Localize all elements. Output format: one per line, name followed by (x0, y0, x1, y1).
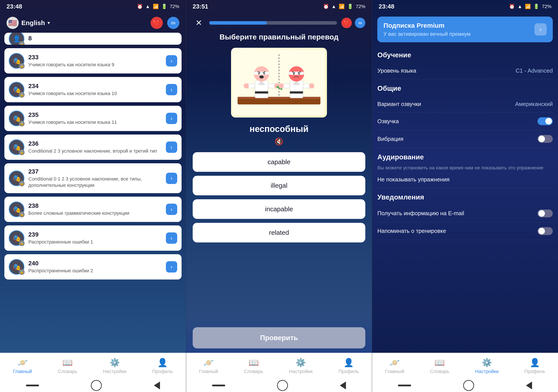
lesson-item-234[interactable]: 🎭 🔒 234 Учимся говорить как носители язы… (4, 77, 182, 102)
premium-card[interactable]: Подписка Premium У вас активирован вечны… (377, 17, 553, 42)
quiz-option-illegal[interactable]: illegal (193, 176, 366, 195)
nav-dictionary-icon-3: 📖 (434, 358, 445, 367)
status-bar-3: 23:48 ⏰ ▲ 📶 🔋 72% (372, 0, 558, 13)
quiz-speaker-button[interactable]: 🔇 (275, 137, 283, 146)
lesson-avatar-236: 🎭 🔒 (9, 139, 24, 155)
quiz-title: Выберите правильный перевод (219, 33, 339, 41)
battery-icon-1: 🔋 (161, 4, 167, 9)
svg-rect-6 (255, 91, 268, 94)
nav-dictionary-2[interactable]: 📖 Словарь (244, 358, 263, 374)
section-title-general: Общие (377, 84, 553, 92)
nav-profile-1[interactable]: 👤 Профиль (152, 358, 173, 374)
nav-settings-1[interactable]: ⚙️ Настройки (103, 358, 126, 374)
quiz-infinity-button[interactable]: ∞ (355, 18, 365, 28)
settings-row-hide-exercises[interactable]: Не показывать упражнения (377, 171, 553, 188)
lesson-number-238: 238 (28, 202, 162, 209)
infinity-button[interactable]: ∞ (167, 17, 179, 29)
settings-row-reminder[interactable]: Напоминать о тренировке (377, 222, 553, 240)
quiz-option-capable[interactable]: capable (193, 152, 366, 172)
label-email: Получать информацию на E-mail (377, 210, 464, 217)
toggle-vibration-knob (538, 136, 545, 142)
lock-badge-237: 🔒 (19, 181, 25, 186)
top-bar-action-icons: ❤️ ∞ (151, 17, 179, 29)
nav-home-label-1: Главный (13, 369, 32, 374)
nav-settings-3[interactable]: ⚙️ Настройки (475, 358, 499, 374)
toggle-reminder-knob (538, 228, 545, 234)
settings-row-voice-variant[interactable]: Вариант озвучки Американский (377, 96, 553, 113)
lesson-info-239: 239 Распространенные ошибки 1 (28, 231, 162, 245)
battery-text-1: 72% (170, 4, 179, 9)
lesson-arrow-btn-237[interactable]: › (166, 173, 177, 184)
quiz-option-incapable[interactable]: incapable (193, 199, 366, 219)
lesson-arrow-btn-238[interactable]: › (166, 204, 177, 215)
gesture-lines-1 (26, 384, 39, 386)
premium-arrow-button[interactable]: › (534, 23, 547, 35)
settings-row-voice[interactable]: Озвучка (377, 113, 553, 130)
hearts-button[interactable]: ❤️ (151, 17, 163, 29)
settings-row-language-level[interactable]: Уровень языка C1 - Advanced (377, 62, 553, 79)
lesson-arrow-btn-235[interactable]: › (166, 113, 177, 124)
toggle-vibration[interactable] (538, 135, 553, 143)
lesson-item-237[interactable]: 🎭 🔒 237 Conditional 0 1 2 3 условное нак… (4, 163, 182, 193)
nav-home-2[interactable]: 🪐 Главный (199, 358, 218, 374)
toggle-voice-knob (545, 118, 552, 124)
battery-icon-3: 🔋 (533, 4, 539, 9)
lesson-info-238: 238 Более сложные грамматические констру… (28, 202, 162, 217)
lesson-arrow-btn-240[interactable]: › (166, 261, 177, 272)
nav-profile-icon-2: 👤 (343, 358, 354, 367)
nav-profile-icon-3: 👤 (530, 358, 540, 367)
lesson-desc-240: Распространенные ошибки 2 (28, 268, 162, 274)
settings-row-vibration[interactable]: Вибрация (377, 130, 553, 148)
nav-home-label-3: Главный (385, 369, 404, 374)
nav-profile-label-1: Профиль (152, 369, 173, 374)
nav-dictionary-label-2: Словарь (244, 369, 263, 374)
nav-profile-2[interactable]: 👤 Профиль (338, 358, 359, 374)
lesson-info-partial: 8 (28, 35, 177, 43)
nav-home-3[interactable]: 🪐 Главный (385, 358, 404, 374)
lesson-arrow-btn-234[interactable]: › (166, 84, 177, 95)
status-time-3: 23:48 (379, 3, 394, 10)
lesson-avatar-234: 🎭 🔒 (9, 82, 24, 97)
nav-settings-label-2: Настройки (289, 369, 313, 374)
svg-rect-25 (289, 72, 304, 75)
lesson-arrow-btn-239[interactable]: › (166, 232, 177, 244)
bottom-nav-1: 🪐 Главный 📖 Словарь ⚙️ Настройки 👤 Профи… (0, 353, 186, 379)
status-time-2: 23:51 (193, 3, 208, 10)
nav-home-1[interactable]: 🪐 Главный (13, 358, 32, 374)
quiz-close-button[interactable]: ✕ (193, 17, 205, 29)
nav-dictionary-3[interactable]: 📖 Словарь (430, 358, 449, 374)
lesson-info-237: 237 Conditional 0 1 2 3 условное наклоне… (28, 168, 162, 188)
language-selector[interactable]: 🇺🇸 English ▾ (7, 17, 50, 29)
quiz-check-button[interactable]: Проверить (193, 327, 366, 348)
section-title-notifications: Уведомления (377, 193, 553, 201)
quiz-hearts-button[interactable]: ❤️ (341, 18, 352, 28)
settings-row-email[interactable]: Получать информацию на E-mail (377, 205, 553, 222)
lesson-item-239[interactable]: 🎭 🔒 239 Распространенные ошибки 1 › (4, 226, 182, 251)
wifi-icon-1: ▲ (145, 4, 150, 9)
toggle-reminder[interactable] (538, 227, 553, 235)
lesson-desc-233: Учимся говорить как носители языка 9 (28, 62, 162, 68)
lesson-arrow-btn-233[interactable]: › (166, 55, 177, 67)
lesson-desc-235: Учимся говорить как носители языка 11 (28, 119, 162, 126)
lesson-number-239: 239 (28, 231, 162, 238)
nav-dictionary-label-1: Словарь (58, 369, 77, 374)
toggle-voice[interactable] (538, 117, 553, 125)
svg-point-29 (298, 73, 300, 75)
nav-settings-2[interactable]: ⚙️ Настройки (289, 358, 313, 374)
toggle-email[interactable] (538, 209, 553, 217)
nav-profile-3[interactable]: 👤 Профиль (524, 358, 545, 374)
gesture-bar-3 (372, 379, 558, 392)
lesson-item-235[interactable]: 🎭 🔒 235 Учимся говорить как носители язы… (4, 106, 182, 131)
nav-dictionary-1[interactable]: 📖 Словарь (58, 358, 77, 374)
lesson-number-235: 235 (28, 111, 162, 118)
lesson-arrow-btn-236[interactable]: › (166, 141, 177, 153)
lesson-item-233[interactable]: 🎭 🔒 233 Учимся говорить как носители язы… (4, 48, 182, 73)
quiz-option-related[interactable]: related (193, 223, 366, 243)
nav-settings-icon-1: ⚙️ (110, 358, 120, 367)
nav-dictionary-label-3: Словарь (430, 369, 449, 374)
lesson-item-238[interactable]: 🎭 🔒 238 Более сложные грамматические кон… (4, 197, 182, 222)
lesson-item-240[interactable]: 🎭 🔒 240 Распространенные ошибки 2 › (4, 254, 182, 279)
svg-rect-2 (238, 97, 320, 99)
lesson-item-236[interactable]: 🎭 🔒 236 Conditional 2 3 условное наклоне… (4, 135, 182, 160)
lock-badge-235: 🔒 (19, 121, 25, 126)
